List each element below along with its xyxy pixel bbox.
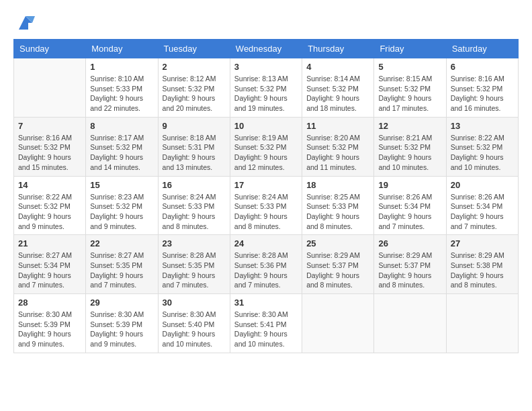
day-number: 18 — [306, 180, 369, 190]
calendar-cell: 9Sunrise: 8:18 AMSunset: 5:31 PMDaylight… — [158, 117, 230, 176]
calendar-cell: 6Sunrise: 8:16 AMSunset: 5:32 PMDaylight… — [446, 58, 518, 118]
calendar-cell: 11Sunrise: 8:20 AMSunset: 5:32 PMDayligh… — [302, 117, 374, 176]
day-info: Sunrise: 8:25 AMSunset: 5:33 PMDaylight:… — [306, 192, 369, 232]
calendar-cell: 27Sunrise: 8:29 AMSunset: 5:38 PMDayligh… — [446, 235, 518, 294]
day-info: Sunrise: 8:21 AMSunset: 5:32 PMDaylight:… — [378, 133, 441, 173]
day-info: Sunrise: 8:22 AMSunset: 5:32 PMDaylight:… — [18, 192, 81, 232]
day-header-monday: Monday — [86, 40, 158, 58]
calendar-cell — [446, 294, 518, 353]
day-number: 15 — [90, 180, 153, 190]
calendar-cell — [302, 294, 374, 353]
calendar-cell: 14Sunrise: 8:22 AMSunset: 5:32 PMDayligh… — [14, 176, 86, 235]
calendar-week-5: 28Sunrise: 8:30 AMSunset: 5:39 PMDayligh… — [14, 294, 519, 353]
page-header — [13, 13, 519, 32]
day-number: 6 — [451, 62, 514, 72]
day-number: 4 — [306, 62, 369, 72]
day-info: Sunrise: 8:10 AMSunset: 5:33 PMDaylight:… — [90, 74, 153, 113]
day-info: Sunrise: 8:26 AMSunset: 5:34 PMDaylight:… — [378, 192, 441, 232]
calendar-week-3: 14Sunrise: 8:22 AMSunset: 5:32 PMDayligh… — [14, 176, 519, 235]
day-number: 11 — [306, 121, 369, 131]
calendar-cell: 21Sunrise: 8:27 AMSunset: 5:34 PMDayligh… — [14, 235, 86, 294]
calendar-header-row: SundayMondayTuesdayWednesdayThursdayFrid… — [14, 40, 519, 58]
calendar-cell: 7Sunrise: 8:16 AMSunset: 5:32 PMDaylight… — [14, 117, 86, 176]
logo-icon — [16, 13, 35, 32]
calendar-cell: 5Sunrise: 8:15 AMSunset: 5:32 PMDaylight… — [374, 58, 446, 118]
day-info: Sunrise: 8:20 AMSunset: 5:32 PMDaylight:… — [306, 133, 369, 173]
calendar-cell: 17Sunrise: 8:24 AMSunset: 5:33 PMDayligh… — [230, 176, 302, 235]
day-info: Sunrise: 8:29 AMSunset: 5:38 PMDaylight:… — [451, 250, 514, 290]
day-info: Sunrise: 8:28 AMSunset: 5:35 PMDaylight:… — [163, 250, 226, 290]
day-header-wednesday: Wednesday — [230, 40, 302, 58]
calendar-cell: 22Sunrise: 8:27 AMSunset: 5:35 PMDayligh… — [86, 235, 158, 294]
day-info: Sunrise: 8:16 AMSunset: 5:32 PMDaylight:… — [451, 74, 514, 113]
day-number: 22 — [90, 238, 153, 248]
calendar-cell: 26Sunrise: 8:29 AMSunset: 5:37 PMDayligh… — [374, 235, 446, 294]
day-info: Sunrise: 8:24 AMSunset: 5:33 PMDaylight:… — [234, 192, 298, 232]
day-number: 5 — [378, 62, 441, 72]
day-info: Sunrise: 8:14 AMSunset: 5:32 PMDaylight:… — [306, 74, 369, 113]
day-info: Sunrise: 8:15 AMSunset: 5:32 PMDaylight:… — [378, 74, 441, 113]
day-header-friday: Friday — [374, 40, 446, 58]
day-info: Sunrise: 8:27 AMSunset: 5:34 PMDaylight:… — [18, 250, 81, 290]
day-info: Sunrise: 8:22 AMSunset: 5:32 PMDaylight:… — [451, 133, 514, 173]
day-info: Sunrise: 8:16 AMSunset: 5:32 PMDaylight:… — [18, 133, 81, 173]
calendar-week-2: 7Sunrise: 8:16 AMSunset: 5:32 PMDaylight… — [14, 117, 519, 176]
calendar-cell: 13Sunrise: 8:22 AMSunset: 5:32 PMDayligh… — [446, 117, 518, 176]
day-number: 3 — [234, 62, 298, 72]
calendar-cell: 10Sunrise: 8:19 AMSunset: 5:32 PMDayligh… — [230, 117, 302, 176]
day-info: Sunrise: 8:30 AMSunset: 5:40 PMDaylight:… — [163, 310, 226, 349]
day-number: 20 — [451, 180, 514, 190]
day-number: 9 — [163, 121, 226, 131]
day-number: 19 — [378, 180, 441, 190]
calendar-week-4: 21Sunrise: 8:27 AMSunset: 5:34 PMDayligh… — [14, 235, 519, 294]
day-number: 25 — [306, 238, 369, 248]
calendar-cell: 23Sunrise: 8:28 AMSunset: 5:35 PMDayligh… — [158, 235, 230, 294]
day-number: 12 — [378, 121, 441, 131]
day-info: Sunrise: 8:24 AMSunset: 5:33 PMDaylight:… — [163, 192, 226, 232]
day-number: 23 — [163, 238, 226, 248]
day-info: Sunrise: 8:30 AMSunset: 5:39 PMDaylight:… — [18, 310, 81, 349]
logo — [13, 13, 35, 32]
calendar-cell: 16Sunrise: 8:24 AMSunset: 5:33 PMDayligh… — [158, 176, 230, 235]
day-number: 13 — [451, 121, 514, 131]
day-info: Sunrise: 8:17 AMSunset: 5:32 PMDaylight:… — [90, 133, 153, 173]
day-number: 16 — [163, 180, 226, 190]
day-number: 2 — [163, 62, 226, 72]
day-header-tuesday: Tuesday — [158, 40, 230, 58]
day-number: 28 — [18, 298, 81, 308]
day-info: Sunrise: 8:27 AMSunset: 5:35 PMDaylight:… — [90, 250, 153, 290]
day-number: 21 — [18, 238, 81, 248]
calendar-cell: 28Sunrise: 8:30 AMSunset: 5:39 PMDayligh… — [14, 294, 86, 353]
day-number: 10 — [234, 121, 298, 131]
day-number: 26 — [378, 238, 441, 248]
day-info: Sunrise: 8:23 AMSunset: 5:32 PMDaylight:… — [90, 192, 153, 232]
day-number: 27 — [451, 238, 514, 248]
day-info: Sunrise: 8:29 AMSunset: 5:37 PMDaylight:… — [306, 250, 369, 290]
day-info: Sunrise: 8:26 AMSunset: 5:34 PMDaylight:… — [451, 192, 514, 232]
day-number: 7 — [18, 121, 81, 131]
day-header-sunday: Sunday — [14, 40, 86, 58]
day-number: 24 — [234, 238, 298, 248]
day-info: Sunrise: 8:29 AMSunset: 5:37 PMDaylight:… — [378, 250, 441, 290]
calendar-cell: 1Sunrise: 8:10 AMSunset: 5:33 PMDaylight… — [86, 58, 158, 118]
day-number: 31 — [234, 298, 298, 308]
calendar-cell: 31Sunrise: 8:30 AMSunset: 5:41 PMDayligh… — [230, 294, 302, 353]
day-number: 17 — [234, 180, 298, 190]
day-info: Sunrise: 8:19 AMSunset: 5:32 PMDaylight:… — [234, 133, 298, 173]
day-number: 1 — [90, 62, 153, 72]
calendar-cell: 3Sunrise: 8:13 AMSunset: 5:32 PMDaylight… — [230, 58, 302, 118]
calendar-week-1: 1Sunrise: 8:10 AMSunset: 5:33 PMDaylight… — [14, 58, 519, 118]
day-info: Sunrise: 8:30 AMSunset: 5:41 PMDaylight:… — [234, 310, 298, 349]
day-info: Sunrise: 8:12 AMSunset: 5:32 PMDaylight:… — [163, 74, 226, 113]
day-header-thursday: Thursday — [302, 40, 374, 58]
calendar-cell: 12Sunrise: 8:21 AMSunset: 5:32 PMDayligh… — [374, 117, 446, 176]
calendar-cell — [14, 58, 86, 118]
calendar-cell: 4Sunrise: 8:14 AMSunset: 5:32 PMDaylight… — [302, 58, 374, 118]
day-info: Sunrise: 8:18 AMSunset: 5:31 PMDaylight:… — [163, 133, 226, 173]
calendar-cell: 2Sunrise: 8:12 AMSunset: 5:32 PMDaylight… — [158, 58, 230, 118]
calendar-cell: 29Sunrise: 8:30 AMSunset: 5:39 PMDayligh… — [86, 294, 158, 353]
calendar-cell: 24Sunrise: 8:28 AMSunset: 5:36 PMDayligh… — [230, 235, 302, 294]
calendar-cell: 8Sunrise: 8:17 AMSunset: 5:32 PMDaylight… — [86, 117, 158, 176]
calendar-cell: 20Sunrise: 8:26 AMSunset: 5:34 PMDayligh… — [446, 176, 518, 235]
calendar-cell: 25Sunrise: 8:29 AMSunset: 5:37 PMDayligh… — [302, 235, 374, 294]
